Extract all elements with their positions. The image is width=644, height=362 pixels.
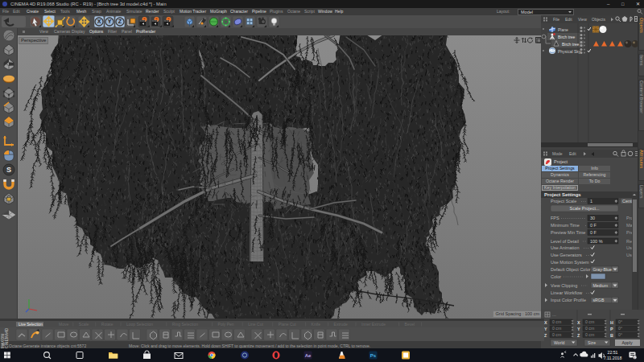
svg-text:FPS: FPS — [551, 216, 559, 220]
svg-text:Rotate: Rotate — [101, 322, 114, 327]
svg-text:Input Color Profile: Input Color Profile — [551, 298, 586, 302]
svg-text:0°: 0° — [618, 326, 622, 331]
svg-text:Line Cut: Line Cut — [248, 322, 263, 327]
svg-text:Y: Y — [108, 19, 112, 24]
svg-text:0 cm: 0 cm — [585, 326, 594, 331]
svg-text:Extrude: Extrude — [334, 322, 348, 327]
svg-text:0 F: 0 F — [590, 223, 597, 228]
svg-text:Default Object Color: Default Object Color — [551, 267, 591, 272]
svg-text:Ring Selection: Ring Selection — [172, 322, 198, 327]
svg-text:Poly Pen: Poly Pen — [218, 322, 234, 327]
svg-text:Y: Y — [544, 327, 547, 331]
svg-text:0 cm: 0 cm — [552, 326, 561, 331]
svg-text:Linear Workflow: Linear Workflow — [551, 290, 582, 295]
svg-text:Use Animation: Use Animation — [551, 245, 579, 250]
svg-text:P: P — [610, 327, 613, 331]
svg-text:H: H — [610, 320, 613, 325]
svg-text:Birch tree: Birch tree — [558, 35, 576, 39]
svg-text:Gray-Blue: Gray-Blue — [593, 267, 612, 272]
svg-text:Physical Sky: Physical Sky — [558, 49, 581, 54]
svg-text:Scale Project...: Scale Project... — [570, 206, 600, 211]
svg-text:Medium: Medium — [593, 283, 608, 288]
svg-text:0 F: 0 F — [590, 230, 597, 235]
svg-text:S: S — [6, 166, 11, 174]
svg-text:7.11.2018: 7.11.2018 — [604, 356, 622, 360]
svg-text:i: i — [634, 356, 635, 360]
svg-text:0 cm: 0 cm — [552, 319, 561, 324]
svg-text:X: X — [577, 320, 580, 325]
svg-text:Bevel: Bevel — [405, 322, 415, 327]
svg-text:Plane Cut: Plane Cut — [279, 322, 297, 327]
svg-text:100 %: 100 % — [590, 239, 603, 244]
svg-text:Y: Y — [577, 327, 580, 331]
svg-text:0 cm: 0 cm — [552, 332, 561, 337]
svg-text:Color: Color — [551, 274, 561, 279]
svg-text:0 cm: 0 cm — [585, 332, 594, 337]
svg-text:Level of Detail: Level of Detail — [551, 239, 579, 244]
svg-text:Ae: Ae — [305, 353, 312, 358]
svg-text:Birch tree: Birch tree — [562, 42, 580, 47]
svg-text:Z: Z — [118, 19, 122, 24]
svg-text:0 cm: 0 cm — [585, 319, 594, 324]
svg-text:sRGB: sRGB — [593, 298, 605, 302]
svg-text:Use Generators: Use Generators — [551, 253, 582, 257]
svg-text:22:51: 22:51 — [608, 350, 618, 355]
svg-text:0°: 0° — [618, 332, 622, 337]
svg-text:Plane: Plane — [558, 27, 568, 32]
svg-text:Use Motion System: Use Motion System — [551, 260, 589, 265]
svg-text:Inner Extrude: Inner Extrude — [361, 322, 386, 327]
svg-text:Knife: Knife — [312, 322, 321, 327]
svg-text:View Clipping: View Clipping — [551, 283, 577, 288]
svg-text:30: 30 — [590, 216, 595, 220]
svg-text:Live Selection: Live Selection — [19, 323, 43, 327]
svg-text:B: B — [610, 333, 613, 338]
svg-text:X: X — [97, 19, 101, 24]
svg-text:X: X — [544, 320, 547, 325]
svg-text:World: World — [554, 340, 565, 345]
svg-text:Ps: Ps — [370, 353, 377, 358]
svg-text:...: ... — [552, 312, 556, 317]
svg-text:Project Scale: Project Scale — [551, 199, 576, 204]
svg-text:Preview Min Time: Preview Min Time — [551, 230, 585, 235]
svg-text:Scale: Scale — [79, 322, 89, 327]
svg-text:1: 1 — [590, 199, 592, 204]
svg-text:Loop Selection: Loop Selection — [126, 322, 153, 327]
svg-text:Minimum Time: Minimum Time — [551, 223, 580, 228]
svg-text:Apply: Apply — [622, 340, 633, 345]
svg-text:Move: Move — [59, 322, 68, 327]
svg-text:Size: Size — [588, 340, 596, 345]
svg-text:0°: 0° — [618, 319, 622, 324]
